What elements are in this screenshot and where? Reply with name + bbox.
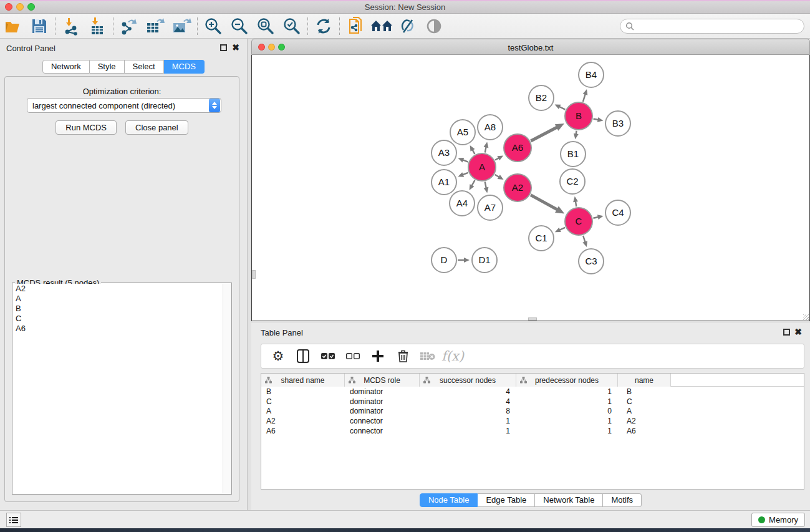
import-network-icon[interactable] [58,15,84,37]
node-C[interactable]: C [565,208,592,235]
table-row[interactable]: A2connector11A2 [261,416,804,426]
delete-table-icon[interactable] [417,346,438,366]
zoom-selected-icon[interactable] [279,15,305,37]
float-table-panel-icon[interactable] [783,329,790,336]
edge-A-A4[interactable] [470,180,475,190]
double-home-icon[interactable] [369,15,395,37]
deselect-all-icon[interactable] [342,346,364,366]
column-header-shared-name[interactable]: shared name [261,374,345,387]
network-window-titlebar[interactable]: testGlobe.txt [251,39,810,55]
node-B4[interactable]: B4 [579,62,604,87]
edge-A-A7[interactable] [484,182,489,193]
network-canvas[interactable]: AA1A2A3A4A5A6A7A8BB1B2B3B4CC1C2C3C4DD1 [251,55,810,321]
edge-A2-C[interactable] [531,195,564,214]
close-table-panel-icon[interactable]: ✖ [794,327,802,337]
edge-B-B4[interactable] [583,89,588,102]
edge-A6-B[interactable] [531,123,564,141]
column-header-name[interactable]: name [618,374,671,387]
tab-network[interactable]: Network [42,60,90,74]
node-A6[interactable]: A6 [504,134,531,162]
edge-A-A1[interactable] [458,172,468,177]
edge-B-B3[interactable] [594,117,604,122]
node-C4[interactable]: C4 [605,200,630,225]
graphics-details-icon[interactable] [421,15,447,37]
tab-mcds[interactable]: MCDS [164,60,205,74]
mcds-result-scrollbar[interactable] [223,284,231,493]
open-session-icon[interactable] [0,15,26,37]
mcds-result-item[interactable]: C [13,314,223,324]
tab-node-table[interactable]: Node Table [420,493,478,507]
node-D[interactable]: D [432,248,456,273]
column-header-MCDS-role[interactable]: MCDS role [345,374,420,387]
float-panel-icon[interactable] [220,44,227,51]
edge-A-A2[interactable] [495,175,504,180]
network-from-selection-icon[interactable] [342,15,369,37]
node-B[interactable]: B [565,102,592,130]
edge-B-B2[interactable] [555,104,566,109]
tab-style[interactable]: Style [90,60,125,74]
apply-layout-icon[interactable] [311,15,337,37]
column-header-predecessor-nodes[interactable]: predecessor nodes [516,374,618,387]
zoom-in-icon[interactable] [200,15,226,37]
edge-A-A6[interactable] [495,155,503,160]
table-row[interactable]: A6connector11A6 [261,426,804,436]
memory-button[interactable]: Memory [751,513,805,527]
tab-motifs[interactable]: Motifs [603,493,642,507]
node-B3[interactable]: B3 [605,111,630,136]
mcds-result-item[interactable]: B [13,304,223,314]
export-image-icon[interactable] [168,15,195,37]
node-A4[interactable]: A4 [450,191,475,216]
edge-C-C3[interactable] [582,236,587,247]
node-A5[interactable]: A5 [450,120,475,145]
run-mcds-button[interactable]: Run MCDS [55,120,117,135]
node-A3[interactable]: A3 [432,140,456,165]
criterion-select[interactable]: largest connected component (directed) [27,98,221,113]
settings-icon[interactable]: ⚙ [268,346,289,366]
zoom-fit-icon[interactable] [253,15,279,37]
tab-network-table[interactable]: Network Table [535,493,603,507]
hide-labels-icon[interactable] [395,15,421,37]
task-history-icon[interactable] [6,513,21,527]
node-C2[interactable]: C2 [560,169,585,194]
export-table-icon[interactable] [142,15,168,37]
save-session-icon[interactable] [26,15,52,37]
node-C1[interactable]: C1 [529,226,554,251]
mcds-result-item[interactable]: A6 [13,324,223,334]
edge-C-C4[interactable] [593,215,603,220]
add-icon[interactable] [367,346,388,366]
edge-A-A5[interactable] [470,145,475,154]
network-hscroll-thumb[interactable] [528,317,537,321]
node-B1[interactable]: B1 [561,142,586,167]
edge-B-B1[interactable] [574,131,579,140]
edge-D-D1[interactable] [458,258,470,263]
tab-edge-table[interactable]: Edge Table [478,493,535,507]
network-resize-grip[interactable] [803,314,809,320]
node-A2[interactable]: A2 [504,174,531,201]
export-network-icon[interactable] [116,15,142,37]
select-all-icon[interactable] [317,346,339,366]
table-row[interactable]: Bdominator41B [261,387,804,397]
edge-C-C2[interactable] [573,196,578,207]
tab-select[interactable]: Select [125,60,164,74]
node-A[interactable]: A [468,153,496,181]
node-A1[interactable]: A1 [432,170,456,195]
edge-C-C1[interactable] [555,228,565,232]
function-icon[interactable]: f(x) [442,346,463,366]
search-box[interactable] [620,19,804,34]
node-B2[interactable]: B2 [529,85,554,110]
mcds-result-item[interactable]: A2 [13,284,223,294]
node-D1[interactable]: D1 [472,248,497,273]
network-vscroll-thumb[interactable] [252,270,256,279]
node-A7[interactable]: A7 [478,195,503,220]
close-panel-button[interactable]: Close panel [125,120,188,135]
close-panel-icon[interactable]: ✖ [232,42,239,52]
search-input[interactable] [637,22,804,31]
column-layout-icon[interactable] [292,346,314,366]
table-row[interactable]: Cdominator41C [261,397,804,407]
node-C3[interactable]: C3 [579,249,604,274]
delete-icon[interactable] [392,346,413,366]
edge-A-A3[interactable] [458,158,468,162]
edge-A-A8[interactable] [484,142,489,153]
node-A8[interactable]: A8 [478,115,503,140]
column-header-successor-nodes[interactable]: successor nodes [420,374,516,387]
